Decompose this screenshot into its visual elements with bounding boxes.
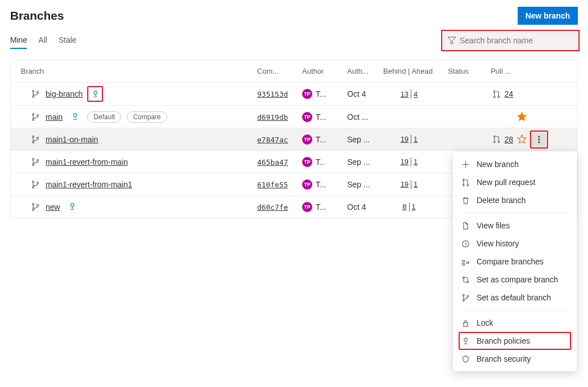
- svg-point-17: [538, 136, 540, 137]
- th-pull: Pull ...: [471, 67, 513, 75]
- menu-item-branch-policies[interactable]: Branch policies: [453, 332, 577, 350]
- ahead-count[interactable]: 1: [414, 135, 418, 143]
- compare-badge: Compare: [127, 111, 167, 123]
- menu-item-label: New branch: [477, 160, 519, 169]
- file-icon: [461, 222, 470, 230]
- menu-item-view-history[interactable]: View history: [453, 235, 577, 253]
- behind-count[interactable]: 13: [401, 90, 409, 98]
- menu-item-set-as-default-branch[interactable]: Set as default branch: [453, 289, 577, 307]
- avatar: TP: [302, 89, 312, 99]
- svg-point-6: [498, 96, 500, 97]
- author-name: T...: [316, 135, 326, 144]
- menu-item-label: Branch security: [477, 354, 531, 363]
- table-header: Branch Com... Author Auth... Behind | Ah…: [11, 60, 577, 83]
- plus-icon: [461, 160, 470, 169]
- branch-icon: [31, 202, 40, 212]
- th-author: Author: [302, 67, 347, 75]
- menu-item-label: Set as compare branch: [477, 275, 558, 284]
- menu-item-label: Lock: [477, 318, 493, 327]
- branch-context-menu: New branchNew pull requestDelete branchV…: [453, 152, 577, 371]
- search-branch-input[interactable]: [456, 36, 573, 45]
- author-name: T...: [316, 202, 326, 212]
- pull-request-link[interactable]: 24: [504, 89, 513, 98]
- menu-item-new-pull-request[interactable]: New pull request: [453, 173, 577, 191]
- new-branch-button[interactable]: New branch: [518, 7, 578, 25]
- menu-item-delete-branch[interactable]: Delete branch: [453, 191, 577, 209]
- shield-icon: [461, 355, 470, 363]
- menu-item-label: View history: [477, 239, 519, 248]
- tab-all[interactable]: All: [38, 32, 47, 49]
- behind-count[interactable]: 8: [402, 202, 406, 211]
- behind-count[interactable]: 19: [401, 158, 409, 166]
- svg-point-3: [93, 91, 97, 94]
- svg-point-43: [464, 338, 467, 341]
- menu-item-label: Branch policies: [477, 336, 530, 345]
- th-status: Status: [437, 67, 471, 75]
- authored-date: Sep ...: [347, 158, 381, 166]
- svg-point-19: [538, 141, 540, 142]
- table-row[interactable]: mainDefaultCompared6919dbTPT...Oct ...: [11, 105, 577, 128]
- search-branch-input-wrap[interactable]: [443, 32, 578, 50]
- menu-item-compare-branches[interactable]: Compare branches: [453, 253, 577, 271]
- menu-item-new-branch[interactable]: New branch: [453, 155, 577, 173]
- commit-link[interactable]: 465ba47: [257, 158, 288, 166]
- branch-icon: [31, 89, 40, 98]
- svg-rect-35: [466, 262, 469, 263]
- tab-mine[interactable]: Mine: [10, 32, 27, 49]
- favorite-star-icon[interactable]: [517, 134, 527, 144]
- behind-count[interactable]: 19: [401, 135, 409, 143]
- branch-policy-icon[interactable]: [66, 200, 79, 214]
- setcompare-icon: [461, 276, 470, 284]
- default-badge: Default: [87, 111, 121, 123]
- page-title: Branches: [10, 9, 64, 22]
- ahead-count[interactable]: 1: [412, 202, 416, 211]
- more-options-button[interactable]: [532, 133, 546, 146]
- tab-stale[interactable]: Stale: [59, 32, 77, 49]
- th-commit: Com...: [257, 67, 302, 75]
- authored-date: Oct 4: [347, 89, 381, 98]
- menu-item-view-files[interactable]: View files: [453, 217, 577, 235]
- menu-item-branch-security[interactable]: Branch security: [453, 350, 577, 368]
- table-row[interactable]: big-branch935153dTPT...Oct 413424: [11, 83, 577, 105]
- branch-icon: [31, 112, 40, 122]
- branch-name-link[interactable]: big-branch: [46, 89, 83, 98]
- lock-icon: [461, 319, 470, 327]
- branch-name-link[interactable]: main1-revert-from-main: [46, 158, 128, 166]
- pull-request-link[interactable]: 28: [504, 135, 513, 144]
- behind-count[interactable]: 19: [401, 180, 409, 188]
- menu-item-label: New pull request: [477, 178, 535, 187]
- avatar: TP: [302, 157, 312, 167]
- pull-request-icon: [492, 135, 501, 143]
- authored-date: Sep ...: [347, 180, 381, 189]
- author-name: T...: [316, 112, 326, 122]
- ahead-count[interactable]: 1: [414, 180, 418, 188]
- branch-icon: [31, 135, 40, 144]
- commit-link[interactable]: 935153d: [257, 90, 288, 98]
- commit-link[interactable]: 610fe55: [257, 181, 288, 189]
- th-branch: Branch: [21, 67, 257, 75]
- branch-name-link[interactable]: main1-revert-from-main1: [46, 180, 132, 189]
- favorite-star-icon[interactable]: [517, 112, 527, 122]
- menu-item-set-as-compare-branch[interactable]: Set as compare branch: [453, 271, 577, 289]
- author-name: T..: [316, 158, 324, 166]
- commit-link[interactable]: d60c7fe: [257, 203, 288, 212]
- branch-name-link[interactable]: main1-on-main: [46, 135, 98, 144]
- svg-rect-36: [462, 263, 464, 265]
- branch-policy-icon[interactable]: [88, 87, 102, 101]
- ahead-count[interactable]: 1: [414, 158, 418, 166]
- history-icon: [461, 240, 470, 248]
- avatar: TP: [302, 112, 312, 122]
- table-row[interactable]: main1-on-maine7847acTPT...Sep ...19128: [11, 128, 577, 150]
- authored-date: Oct ...: [347, 112, 381, 122]
- menu-item-label: View files: [477, 221, 510, 230]
- pull-request-icon: [492, 90, 501, 98]
- branch-icon: [31, 180, 40, 189]
- menu-item-lock[interactable]: Lock: [453, 314, 577, 332]
- branch-name-link[interactable]: main: [46, 112, 62, 122]
- ahead-count[interactable]: 4: [414, 90, 418, 98]
- branch-name-link[interactable]: new: [46, 202, 60, 212]
- commit-link[interactable]: e7847ac: [257, 136, 288, 144]
- svg-point-10: [74, 114, 77, 117]
- commit-link[interactable]: d6919db: [257, 113, 288, 122]
- branch-policy-icon[interactable]: [68, 110, 82, 124]
